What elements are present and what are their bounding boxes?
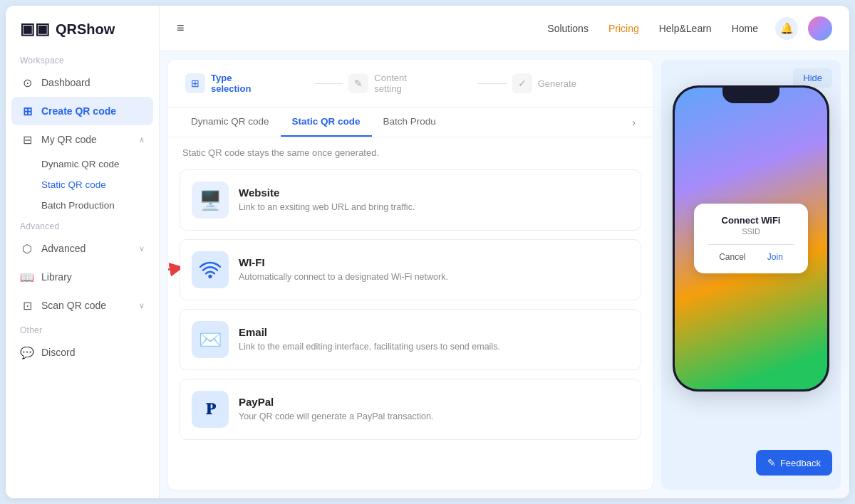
email-card-desc: Link to the email editing interface, fac… bbox=[239, 341, 500, 354]
step-item-type-selection: ⊞ Type selection bbox=[185, 73, 309, 94]
preview-panel: Hide Connect WiFi SSID Cancel Join bbox=[661, 60, 841, 490]
nav-link-pricing[interactable]: Pricing bbox=[608, 23, 639, 34]
advanced-icon: ⬡ bbox=[20, 241, 34, 256]
sidebar-item-discord[interactable]: 💬 Discord bbox=[6, 338, 159, 367]
sidebar-item-dashboard[interactable]: ⊙ Dashboard bbox=[6, 68, 159, 97]
phone-mock: Connect WiFi SSID Cancel Join bbox=[673, 85, 829, 392]
sidebar-item-label: Library bbox=[41, 271, 72, 283]
step-item-generate: ✓ Generate bbox=[512, 73, 636, 93]
tab-dynamic-qr[interactable]: Dynamic QR code bbox=[180, 107, 281, 137]
qr-card-paypal[interactable]: 𝐏 PayPal Your QR code will generate a Pa… bbox=[180, 379, 641, 440]
svg-point-1 bbox=[208, 275, 212, 278]
nav-link-helplearn[interactable]: Help&Learn bbox=[659, 23, 712, 34]
step-label-generate: Generate bbox=[538, 78, 576, 89]
step-label-selection: selection bbox=[211, 83, 251, 94]
other-section-label: Other bbox=[6, 320, 159, 338]
logo-text: QRShow bbox=[56, 21, 115, 38]
chevron-down-icon2: ∨ bbox=[139, 301, 145, 310]
content-area: ⊞ Type selection ✎ Content setting bbox=[160, 51, 849, 498]
tab-batch-prod[interactable]: Batch Produ bbox=[372, 107, 447, 137]
phone-notch bbox=[722, 88, 779, 103]
step-item-content-setting: ✎ Content setting bbox=[348, 73, 472, 94]
sidebar-item-label: Create QR code bbox=[41, 105, 116, 117]
workspace-label: Workspace bbox=[6, 50, 159, 68]
sidebar-item-create-qr[interactable]: ⊞ Create QR code bbox=[11, 97, 153, 125]
steps-panel: ⊞ Type selection ✎ Content setting bbox=[168, 60, 653, 490]
tab-static-qr[interactable]: Static QR code bbox=[281, 107, 372, 137]
my-qr-subitems: Dynamic QR code Static QR code Batch Pro… bbox=[6, 154, 159, 216]
wifi-dialog-buttons: Cancel Join bbox=[708, 244, 794, 262]
generate-icon: ✓ bbox=[512, 73, 532, 93]
email-card-icon: ✉️ bbox=[192, 321, 229, 358]
nav-icons: 🔔 bbox=[775, 16, 832, 41]
sidebar-item-label: Dashboard bbox=[41, 77, 90, 88]
notification-bell-icon[interactable]: 🔔 bbox=[775, 17, 798, 40]
nav-link-home[interactable]: Home bbox=[732, 23, 758, 34]
tab-more-icon[interactable]: › bbox=[626, 111, 641, 134]
paypal-card-info: PayPal Your QR code will generate a PayP… bbox=[239, 396, 433, 424]
wifi-card-icon bbox=[192, 251, 229, 288]
website-card-icon: 🖥️ bbox=[192, 182, 229, 219]
sub-item-static-qr[interactable]: Static QR code bbox=[41, 174, 159, 195]
static-note: Static QR code stays the same once gener… bbox=[168, 137, 653, 164]
qr-card-website[interactable]: 🖥️ Website Link to an exsiting web URL a… bbox=[180, 169, 641, 231]
feedback-label: Feedback bbox=[780, 458, 821, 468]
red-arrow bbox=[168, 253, 180, 281]
logo-icon: ▣▣ bbox=[20, 20, 50, 38]
type-selection-icon: ⊞ bbox=[185, 73, 205, 93]
main-content: ≡ Solutions Pricing Help&Learn Home 🔔 ⊞ bbox=[160, 6, 849, 498]
sub-item-batch-prod[interactable]: Batch Production bbox=[41, 195, 159, 216]
app-wrapper: ▣▣ QRShow Workspace ⊙ Dashboard ⊞ Create… bbox=[6, 6, 849, 498]
hamburger-icon[interactable]: ≡ bbox=[177, 21, 185, 36]
my-qr-icon: ⊟ bbox=[20, 132, 34, 147]
sidebar-item-label: Discord bbox=[41, 347, 75, 358]
wifi-join-button[interactable]: Join bbox=[767, 252, 783, 262]
card-list: 🖥️ Website Link to an exsiting web URL a… bbox=[168, 164, 653, 490]
website-card-info: Website Link to an exsiting web URL and … bbox=[239, 187, 415, 214]
sidebar-item-label: Scan QR code bbox=[41, 300, 106, 311]
wifi-dialog: Connect WiFi SSID Cancel Join bbox=[694, 204, 808, 273]
paypal-card-icon: 𝐏 bbox=[192, 391, 229, 428]
sidebar-item-advanced[interactable]: ⬡ Advanced ∨ bbox=[6, 234, 159, 263]
nav-links: Solutions Pricing Help&Learn Home bbox=[547, 23, 758, 34]
library-icon: 📖 bbox=[20, 270, 34, 284]
hide-button[interactable]: Hide bbox=[793, 68, 832, 88]
qr-card-wifi[interactable]: WI-FI Automatically connect to a designa… bbox=[180, 239, 641, 300]
sidebar-item-scan-qr[interactable]: ⊡ Scan QR code ∨ bbox=[6, 291, 159, 320]
step-label-setting: setting bbox=[374, 83, 407, 94]
step-label-content: Content bbox=[374, 73, 407, 83]
email-card-title: Email bbox=[239, 326, 500, 338]
step-label-type: Type bbox=[211, 73, 251, 83]
avatar[interactable] bbox=[808, 16, 832, 41]
chevron-up-icon: ∧ bbox=[139, 135, 145, 145]
advanced-section-label: Advanced bbox=[6, 216, 159, 234]
wifi-dialog-title: Connect WiFi bbox=[708, 215, 794, 226]
feedback-icon: ✎ bbox=[767, 457, 776, 468]
website-card-desc: Link to an exsiting web URL and bring tr… bbox=[239, 201, 415, 214]
email-card-info: Email Link to the email editing interfac… bbox=[239, 326, 500, 354]
phone-screen: Connect WiFi SSID Cancel Join bbox=[675, 88, 827, 389]
wifi-card-title: WI-FI bbox=[239, 256, 448, 268]
wifi-cancel-button[interactable]: Cancel bbox=[719, 252, 745, 262]
sidebar-item-library[interactable]: 📖 Library bbox=[6, 263, 159, 291]
wifi-card-info: WI-FI Automatically connect to a designa… bbox=[239, 256, 448, 284]
tab-bar: Dynamic QR code Static QR code Batch Pro… bbox=[168, 107, 653, 137]
feedback-button[interactable]: ✎ Feedback bbox=[756, 450, 832, 476]
wifi-dialog-ssid: SSID bbox=[708, 227, 794, 236]
chevron-down-icon: ∨ bbox=[139, 244, 145, 253]
sidebar-item-my-qr[interactable]: ⊟ My QR code ∧ bbox=[6, 125, 159, 154]
scan-qr-icon: ⊡ bbox=[20, 298, 34, 313]
qr-card-email[interactable]: ✉️ Email Link to the email editing inter… bbox=[180, 309, 641, 370]
nav-link-solutions[interactable]: Solutions bbox=[547, 23, 589, 34]
create-qr-icon: ⊞ bbox=[20, 104, 34, 118]
logo[interactable]: ▣▣ QRShow bbox=[6, 6, 159, 50]
sidebar-item-label: My QR code bbox=[41, 134, 97, 145]
sidebar: ▣▣ QRShow Workspace ⊙ Dashboard ⊞ Create… bbox=[6, 6, 160, 498]
paypal-card-title: PayPal bbox=[239, 396, 433, 408]
sub-item-dynamic-qr[interactable]: Dynamic QR code bbox=[41, 154, 159, 174]
step-progress: ⊞ Type selection ✎ Content setting bbox=[168, 60, 653, 107]
sidebar-item-label: Advanced bbox=[41, 243, 86, 254]
website-card-title: Website bbox=[239, 187, 415, 199]
step-divider-1 bbox=[314, 83, 343, 84]
step-divider-2 bbox=[478, 83, 507, 84]
